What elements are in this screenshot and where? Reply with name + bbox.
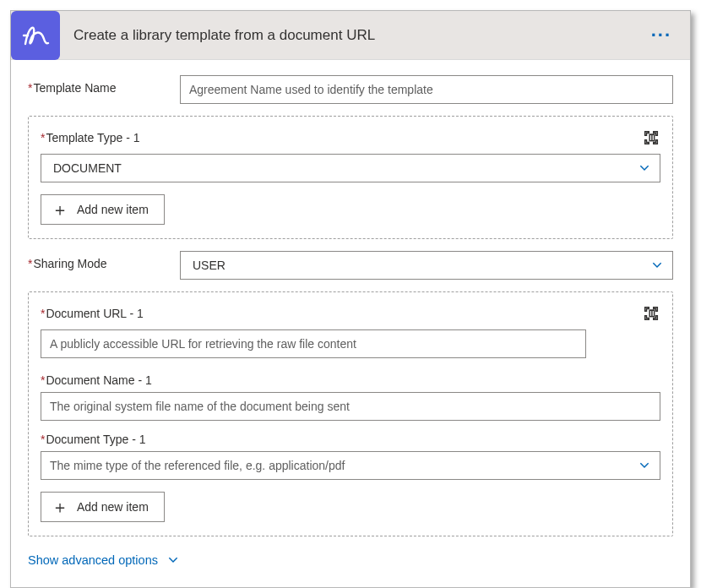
plus-icon: ＋: [52, 498, 68, 515]
template-type-select[interactable]: DOCUMENT: [41, 154, 660, 182]
document-name-label: *Document Name - 1: [41, 373, 660, 387]
action-card: Create a library template from a documen…: [10, 10, 691, 588]
document-name-input[interactable]: The original system file name of the doc…: [41, 392, 660, 421]
chevron-down-icon: [638, 459, 651, 472]
chevron-down-icon: [650, 259, 664, 272]
template-name-label: *Template Name: [28, 75, 180, 95]
adobe-sign-icon: [11, 11, 60, 60]
document-url-label: *Document URL - 1: [41, 307, 144, 320]
chevron-down-icon: [638, 161, 651, 175]
document-url-input[interactable]: A publicly accessible URL for retrieving…: [41, 329, 586, 358]
card-header: Create a library template from a documen…: [11, 11, 690, 60]
card-body: *Template Name Agreement Name used to id…: [11, 60, 690, 587]
template-name-row: *Template Name Agreement Name used to id…: [28, 75, 673, 104]
document-group: *Document URL - 1 A publicly accessible …: [28, 291, 673, 536]
add-template-type-button[interactable]: ＋ Add new item: [41, 194, 165, 225]
document-type-label: *Document Type - 1: [41, 433, 660, 446]
document-type-select[interactable]: The mime type of the referenced file, e.…: [41, 451, 660, 480]
sharing-mode-label: *Sharing Mode: [28, 251, 180, 270]
template-type-label: *Template Type - 1: [41, 131, 139, 144]
card-title: Create a library template from a documen…: [60, 27, 633, 44]
chevron-down-icon: [166, 553, 180, 567]
template-name-input[interactable]: Agreement Name used to identify the temp…: [180, 75, 673, 104]
add-document-button[interactable]: ＋ Add new item: [41, 492, 165, 522]
template-type-group: *Template Type - 1 DOCUMENT ＋ A: [28, 116, 673, 239]
plus-icon: ＋: [52, 201, 68, 218]
dynamic-content-icon[interactable]: [642, 304, 660, 323]
show-advanced-options[interactable]: Show advanced options: [28, 553, 180, 567]
sharing-mode-select[interactable]: USER: [180, 251, 673, 280]
card-menu-button[interactable]: ···: [633, 24, 690, 46]
dynamic-content-icon[interactable]: [642, 128, 660, 147]
sharing-mode-row: *Sharing Mode USER: [28, 251, 673, 280]
